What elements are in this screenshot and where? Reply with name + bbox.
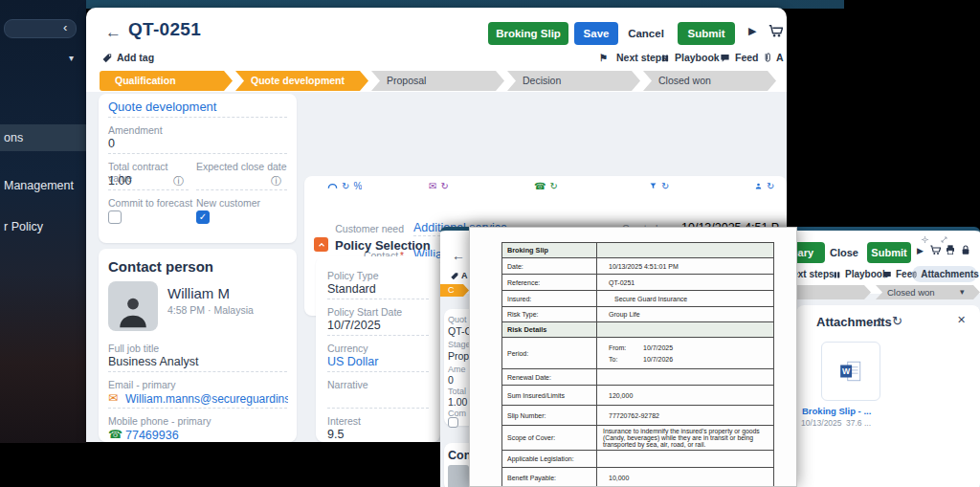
email-value[interactable]: William.manns@secureguardinsu... xyxy=(125,392,288,406)
next-steps-tab[interactable]: ⚑ Next steps xyxy=(599,52,667,63)
sidebar-item-quotations[interactable]: ons xyxy=(0,124,86,151)
amendment-value[interactable]: 0 xyxy=(108,137,115,150)
contact-photo-fragment xyxy=(448,465,469,487)
tcv-value[interactable]: 1.00 xyxy=(108,174,131,188)
refresh-icon[interactable]: ↻ xyxy=(767,181,774,191)
workplace-caret-icon[interactable]: ▾ xyxy=(69,53,74,63)
refresh-icon[interactable]: ↻ xyxy=(661,181,669,191)
ecd-label: Expected close date xyxy=(196,161,287,172)
stage-link[interactable]: Quote development xyxy=(108,100,216,114)
commit-checkbox[interactable] xyxy=(108,210,122,224)
table-row: Slip Number:77720762-92782 xyxy=(502,406,774,426)
contact-panel-title: Contact person xyxy=(108,258,213,275)
call-widget[interactable]: ☎ ↻ xyxy=(534,178,558,193)
stage-proposal[interactable]: Proposal xyxy=(371,71,504,91)
playbook-tab[interactable]: Playbook xyxy=(833,269,887,279)
narrative-value[interactable] xyxy=(327,408,429,409)
commit-checkbox[interactable] xyxy=(448,417,458,428)
cart-icon[interactable] xyxy=(768,23,783,38)
mail-icon: ✉ xyxy=(429,181,436,191)
job-value: Business Analyst xyxy=(108,355,199,368)
broking-slip-button[interactable]: Broking Slip xyxy=(488,22,568,45)
info-icon[interactable]: ⓘ xyxy=(173,174,184,188)
tag-icon xyxy=(101,53,112,63)
stage-quote-development[interactable]: Quote development xyxy=(235,71,368,91)
table-row: Reference:QT-0251 xyxy=(502,275,774,291)
stage-details-panel: Quote development Amendment 0 Total cont… xyxy=(99,94,297,243)
attachments-tab-selected[interactable]: Attachments xyxy=(912,266,977,282)
lock-icon[interactable] xyxy=(960,244,971,255)
save-button[interactable]: Save xyxy=(574,22,618,45)
contact-photo[interactable] xyxy=(108,281,158,331)
refresh-icon[interactable]: ↻ xyxy=(440,181,448,191)
close-panel-icon[interactable]: ✕ xyxy=(957,314,966,326)
back-arrow-icon[interactable]: ← xyxy=(452,248,465,263)
stage-closed-won[interactable]: Closed won ▾ xyxy=(876,285,980,299)
currency-value[interactable]: US Dollar xyxy=(327,355,379,368)
submit-button[interactable]: Submit xyxy=(678,22,735,45)
attachment-file-size: 37.6 ... xyxy=(846,418,871,428)
attachments-panel: Attachments ↻ ✕ W Broking Slip - ... 10/… xyxy=(796,305,980,487)
email-widget[interactable]: ✉ ↻ xyxy=(429,178,449,193)
phone-icon: ☎ xyxy=(534,181,546,191)
refresh-icon[interactable]: ↻ xyxy=(549,181,557,191)
calls-widget[interactable]: ↻ % xyxy=(327,178,362,193)
submit-button[interactable]: Submit xyxy=(867,242,911,263)
add-tag-button[interactable]: A xyxy=(450,271,468,280)
playbook-tab[interactable]: Playbook xyxy=(660,52,720,63)
run-process-icon[interactable]: ▶ xyxy=(748,25,756,37)
pipeline-stage-bar: Qualification Quote development Proposal… xyxy=(100,71,787,91)
feed-tab[interactable]: Feed xyxy=(720,52,759,63)
table-row: Renewal Date: xyxy=(502,369,774,386)
info-icon[interactable]: ⓘ xyxy=(271,174,281,188)
policy-type-value[interactable]: Standard xyxy=(327,282,376,296)
cart-icon[interactable] xyxy=(929,244,941,255)
upload-icon[interactable] xyxy=(874,316,885,327)
contact-name[interactable]: William M xyxy=(167,285,230,301)
printer-icon[interactable] xyxy=(945,244,956,255)
run-process-icon[interactable]: ▶ xyxy=(917,246,924,255)
refresh-icon[interactable]: ↻ xyxy=(892,314,902,328)
paperclip-icon xyxy=(762,52,772,63)
word-doc-icon: W xyxy=(838,359,863,384)
cancel-button[interactable]: Cancel xyxy=(622,22,670,45)
stage-value-fragment[interactable]: Prop xyxy=(448,350,469,362)
sidebar-collapse-icon[interactable]: ‹ xyxy=(63,20,67,34)
stage-caret-icon[interactable]: ▾ xyxy=(960,285,965,299)
app-sidebar: ‹ ▾ ons Management r Policy xyxy=(0,0,86,443)
stage-qualification[interactable]: Qualification xyxy=(100,71,233,91)
attachment-file-date: 10/13/2025 xyxy=(801,418,842,428)
interest-value[interactable]: 9.5 xyxy=(327,428,344,441)
funnel-icon xyxy=(649,182,657,190)
phone-label: Mobile phone - primary xyxy=(108,415,211,427)
refresh-icon[interactable]: ↻ xyxy=(342,181,349,191)
table-row-period: Period: From:10/7/2025 To:10/7/2026 xyxy=(502,338,774,369)
amendment-label: Amendment xyxy=(108,124,163,136)
new-customer-checkbox[interactable]: ✓ xyxy=(196,210,210,224)
back-arrow-icon[interactable]: ← xyxy=(105,23,122,42)
stage-decision[interactable]: Decision xyxy=(507,71,640,91)
policy-selection-panel: Policy Type Standard Policy Start Date 1… xyxy=(316,256,440,442)
expand-icon[interactable] xyxy=(940,235,948,244)
percent-label: % xyxy=(353,181,362,191)
sidebar-item-policy[interactable]: r Policy xyxy=(0,213,86,240)
add-tag-button[interactable]: Add tag xyxy=(101,52,154,63)
table-section-header: Broking Slip xyxy=(502,243,774,258)
settings-icon[interactable] xyxy=(921,235,929,244)
person-widget[interactable]: ↻ xyxy=(754,178,774,193)
funnel-widget[interactable]: ↻ xyxy=(649,178,669,193)
section-collapse-icon[interactable] xyxy=(314,237,328,252)
broking-slip-document: Broking Slip Date:10/13/2025 4:51:01 PM … xyxy=(469,227,797,487)
stage-closed-won[interactable]: Closed won xyxy=(643,71,776,91)
phone-value[interactable]: 77469936 xyxy=(125,429,179,442)
email-label: Email - primary xyxy=(108,379,176,390)
policy-start-value[interactable]: 10/7/2025 xyxy=(327,319,381,332)
attachment-file-card[interactable]: W xyxy=(821,342,880,401)
stage-chevron-fragment[interactable]: C xyxy=(440,284,469,297)
sidebar-item-management[interactable]: Management xyxy=(0,172,86,199)
close-button[interactable]: Close xyxy=(825,242,863,263)
attachments-tab[interactable]: A xyxy=(762,52,784,63)
attachment-file-name[interactable]: Broking Slip - ... xyxy=(802,406,871,416)
contact-meta: 4:58 PM · Malaysia xyxy=(167,304,254,316)
table-row: Benefit Payable:10,000 xyxy=(502,468,774,487)
